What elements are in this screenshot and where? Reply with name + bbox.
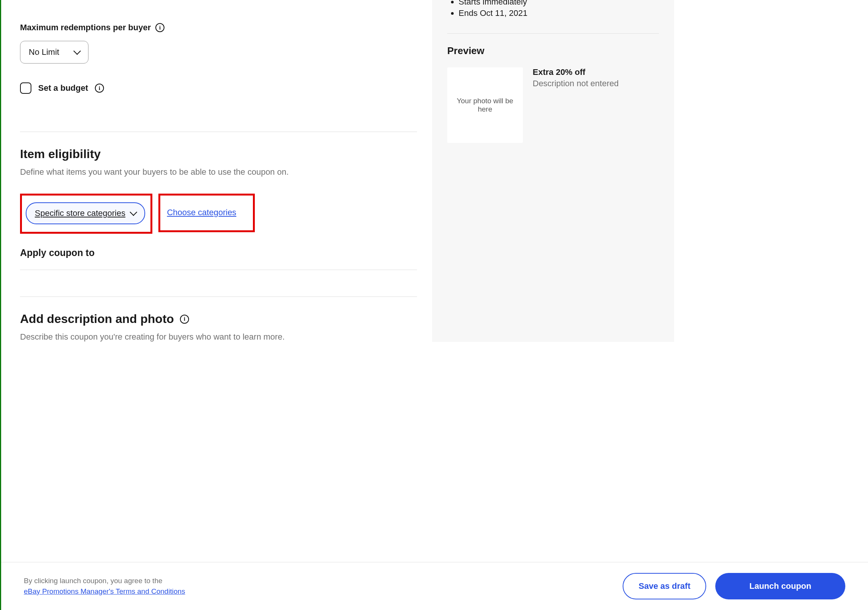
save-draft-button[interactable]: Save as draft xyxy=(623,573,706,599)
divider xyxy=(20,296,417,297)
sidebar-bullet-list: Starts immediately Ends Oct 11, 2021 xyxy=(447,0,659,18)
list-item: Starts immediately xyxy=(459,0,659,7)
main-column: Maximum redemptions per buyer i No Limit… xyxy=(20,0,417,342)
preview-text-col: Extra 20% off Description not entered xyxy=(533,67,618,88)
eligibility-controls-row: Specific store categories Choose categor… xyxy=(20,194,417,234)
info-icon[interactable]: i xyxy=(155,23,164,32)
set-budget-row: Set a budget i xyxy=(20,82,417,94)
list-item: Ends Oct 11, 2021 xyxy=(459,8,659,18)
set-budget-checkbox[interactable] xyxy=(20,82,31,94)
choose-categories-link[interactable]: Choose categories xyxy=(166,202,238,223)
launch-coupon-button[interactable]: Launch coupon xyxy=(715,573,845,599)
preview-title: Preview xyxy=(447,45,659,57)
set-budget-label: Set a budget xyxy=(38,83,88,93)
footer-bar: By clicking launch coupon, you agree to … xyxy=(1,562,868,610)
preview-row: Your photo will be here Extra 20% off De… xyxy=(447,67,659,143)
highlight-box-link: Choose categories xyxy=(158,194,255,232)
description-title: Add description and photo xyxy=(20,312,174,326)
info-icon[interactable]: i xyxy=(180,315,189,324)
highlight-box-select: Specific store categories xyxy=(20,194,152,234)
chevron-down-icon xyxy=(130,208,137,216)
max-redemptions-value: No Limit xyxy=(29,47,59,57)
description-title-row: Add description and photo i xyxy=(20,312,417,326)
max-redemptions-label-row: Maximum redemptions per buyer i xyxy=(20,23,417,33)
footer-agree-prefix: By clicking launch coupon, you agree to … xyxy=(24,577,163,585)
store-categories-select[interactable]: Specific store categories xyxy=(26,202,145,224)
section-divider xyxy=(20,132,417,132)
item-eligibility-title: Item eligibility xyxy=(20,147,417,161)
chevron-down-icon xyxy=(73,47,81,55)
divider xyxy=(447,33,659,34)
footer-agreement-text: By clicking launch coupon, you agree to … xyxy=(24,576,614,597)
photo-placeholder: Your photo will be here xyxy=(447,67,523,143)
apply-coupon-title: Apply coupon to xyxy=(20,247,417,258)
sidebar-panel: Starts immediately Ends Oct 11, 2021 Pre… xyxy=(432,0,674,342)
description-subtitle: Describe this coupon you're creating for… xyxy=(20,332,417,342)
info-icon[interactable]: i xyxy=(95,84,104,93)
store-categories-value: Specific store categories xyxy=(35,208,126,218)
max-redemptions-select[interactable]: No Limit xyxy=(20,41,88,64)
max-redemptions-label: Maximum redemptions per buyer xyxy=(20,23,151,33)
offer-description: Description not entered xyxy=(533,79,618,88)
offer-headline: Extra 20% off xyxy=(533,67,618,77)
item-eligibility-subtitle: Define what items you want your buyers t… xyxy=(20,167,417,177)
terms-link[interactable]: eBay Promotions Manager's Terms and Cond… xyxy=(24,587,185,595)
